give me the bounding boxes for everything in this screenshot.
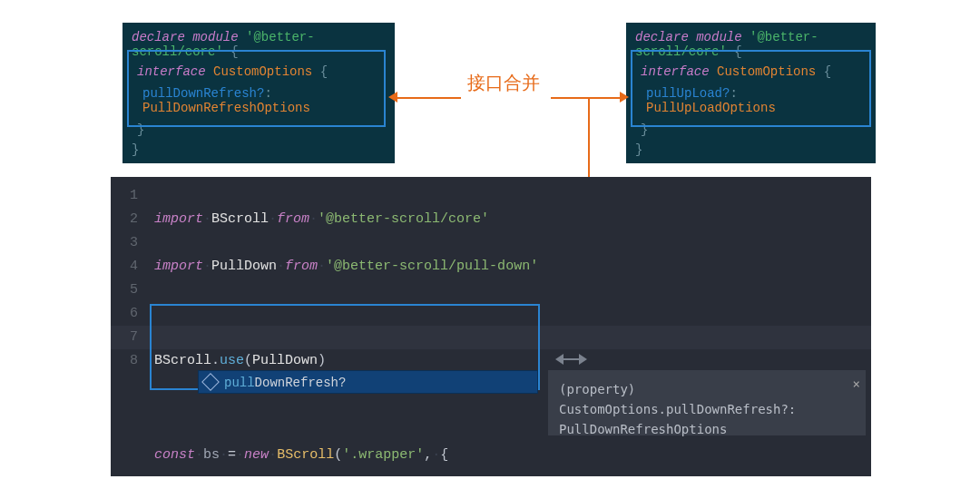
line-number-gutter: 1 2 3 4 5 6 7 8 xyxy=(111,177,147,373)
label-interface-merge: 接口合并 xyxy=(467,71,540,95)
autocomplete-match: pull xyxy=(224,376,255,390)
close-icon[interactable]: × xyxy=(853,374,860,394)
autocomplete-popup[interactable]: pullDownRefresh? xyxy=(198,370,538,394)
kw-declare: declare module xyxy=(132,30,239,44)
arrow-head-right-icon xyxy=(620,92,629,103)
arrow-merge-left xyxy=(397,97,461,99)
bidirectional-arrow-icon xyxy=(554,350,590,368)
autocomplete-rest: DownRefresh? xyxy=(255,376,347,390)
property-icon xyxy=(201,373,220,391)
highlight-box-right xyxy=(631,50,871,127)
type-tooltip: × (property) CustomOptions.pullDownRefre… xyxy=(548,370,866,435)
tooltip-text: (property) CustomOptions.pullDownRefresh… xyxy=(559,382,796,436)
highlight-box-left xyxy=(127,50,386,127)
arrow-head-left-icon xyxy=(388,92,397,103)
